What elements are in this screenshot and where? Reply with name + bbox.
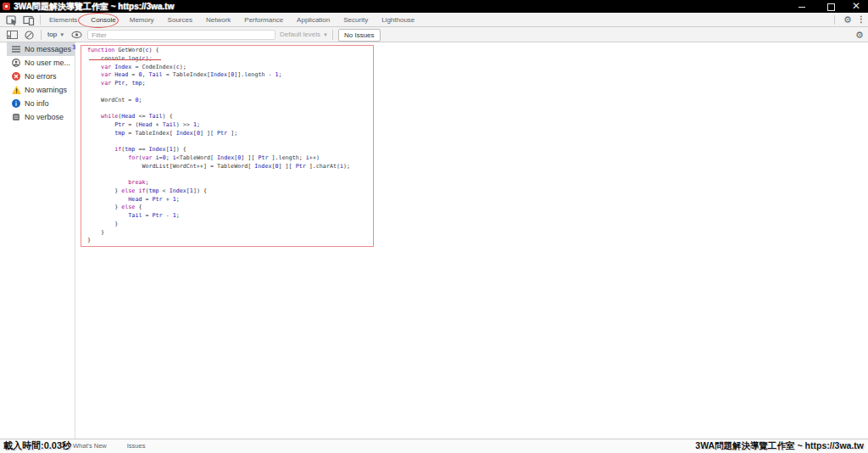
console-log-underline-annotation: [89, 59, 161, 60]
minimize-button[interactable]: [793, 0, 810, 13]
context-selector-label: top: [47, 31, 57, 38]
info-icon: [12, 99, 20, 108]
inspect-element-icon[interactable]: [6, 15, 18, 25]
messages-icon: [12, 45, 20, 53]
code-line: for(var i=0; i<TableWord[ Index[0] ][ Pt…: [87, 154, 350, 163]
sidebar-item-label: No verbose: [25, 113, 64, 121]
console-context-selector[interactable]: top▼: [47, 28, 64, 42]
sidebar-item-label: No messages: [25, 45, 71, 53]
maximize-button[interactable]: [822, 0, 839, 13]
divider: [834, 15, 835, 25]
code-line: Head = Ptr + 1;: [87, 196, 350, 204]
code-line: }: [87, 229, 350, 238]
console-filter-input[interactable]: [87, 30, 275, 40]
tab-lighthouse[interactable]: Lighthouse: [375, 13, 421, 26]
devtools-tab-bar: ElementsConsoleMemorySourcesNetworkPerfo…: [0, 13, 868, 27]
warnings-icon: [12, 86, 20, 94]
window-title: 3WA問題解決導覽工作室 ~ https://3wa.tw: [14, 0, 174, 13]
tab-memory[interactable]: Memory: [123, 13, 161, 26]
code-line: var Ptr, tmp;: [87, 80, 350, 88]
code-line: [87, 104, 350, 113]
tab-application[interactable]: Application: [290, 13, 337, 26]
tab-network[interactable]: Network: [199, 13, 237, 26]
sidebar-item-label: No warnings: [25, 86, 67, 94]
code-line: if(tmp == Index[1]) {: [87, 146, 350, 154]
console-tab-oval-annotation: [78, 13, 119, 28]
device-toolbar-icon[interactable]: [23, 15, 35, 25]
log-levels-label: Default levels: [280, 31, 320, 38]
site-favicon: [3, 3, 10, 10]
minimize-icon: [798, 7, 805, 8]
code-line: [87, 137, 350, 146]
code-line: WordList[WordCnt++] = TableWord[ Index[0…: [87, 163, 350, 171]
watermark-text: 3WA問題解決導覽工作室 ~ https://3wa.tw: [695, 440, 864, 452]
divider: [41, 30, 42, 40]
code-line: break;: [87, 179, 350, 187]
code-line: tmp = TableIndex[ Index[0] ][ Ptr ];: [87, 130, 350, 138]
close-button[interactable]: ✕: [848, 0, 865, 13]
sidebar-item-no-errors[interactable]: No errors: [0, 70, 75, 83]
code-line: [87, 171, 350, 179]
sidebar-item-no-verbose[interactable]: No verbose: [0, 110, 75, 124]
console-sidebar: No messagesNo user me...No errorsNo warn…: [0, 42, 75, 124]
devtools-settings-gear-icon[interactable]: ⚙: [841, 13, 854, 26]
divider: [40, 15, 41, 25]
sidebar-item-no-user-me[interactable]: No user me...: [0, 56, 75, 70]
tab-sources[interactable]: Sources: [161, 13, 199, 26]
code-line: } else if(tmp < Index[1]) {: [87, 187, 350, 196]
tab-security[interactable]: Security: [337, 13, 375, 26]
code-line: Ptr = (Head + Tail) >> 1;: [87, 121, 350, 130]
clear-console-icon[interactable]: [25, 31, 34, 40]
devtools-menu-kebab-icon[interactable]: ⋮: [856, 13, 866, 26]
source-code-snippet: function GetWord(c) { console.log(c); va…: [87, 47, 350, 245]
sidebar-item-no-warnings[interactable]: No warnings: [0, 83, 75, 97]
verbose-icon: [12, 113, 20, 121]
divider: [332, 30, 333, 40]
log-levels-select[interactable]: Default levels▼: [280, 28, 328, 42]
tab-performance[interactable]: Performance: [237, 13, 290, 26]
sidebar-item-label: No errors: [25, 72, 57, 81]
sidebar-item-label: No user me...: [25, 59, 70, 67]
code-line: [87, 88, 350, 97]
code-line: WordCnt = 0;: [87, 97, 350, 105]
drawer-tab-issues[interactable]: Issues: [117, 439, 156, 453]
code-line: Tail = Ptr - 1;: [87, 212, 350, 221]
load-time-overlay: 載入時間:0.03秒: [3, 439, 71, 452]
code-line: var Head = 0, Tail = TableIndex[Index[0]…: [87, 71, 350, 80]
user-messages-icon: [12, 59, 20, 67]
console-sidebar-toggle-icon[interactable]: [7, 31, 18, 39]
code-line: function GetWord(c) {: [87, 47, 350, 55]
stray-line-number: 3: [72, 44, 75, 51]
drawer-tabs: What's NewIssues: [63, 439, 155, 453]
code-line: }: [87, 237, 350, 245]
window-title-bar: 3WA問題解決導覽工作室 ~ https://3wa.tw ✕: [0, 0, 868, 13]
console-settings-gear-icon[interactable]: ⚙: [853, 28, 866, 42]
maximize-icon: [827, 3, 835, 11]
live-expression-eye-icon[interactable]: [71, 31, 82, 39]
chevron-down-icon: ▼: [59, 32, 64, 37]
code-line: }: [87, 221, 350, 229]
sidebar-divider[interactable]: [75, 42, 75, 439]
code-line: var Index = CodeIndex(c);: [87, 64, 350, 72]
sidebar-item-label: No info: [25, 99, 49, 108]
sidebar-item-no-info[interactable]: No info: [0, 97, 75, 110]
chevron-down-icon: ▼: [323, 32, 328, 37]
no-issues-button[interactable]: No Issues: [338, 29, 381, 42]
errors-icon: [12, 72, 20, 81]
code-line: while(Head <= Tail) {: [87, 113, 350, 121]
sidebar-item-no-messages[interactable]: No messages: [7, 42, 75, 56]
code-line: } else {: [87, 204, 350, 212]
